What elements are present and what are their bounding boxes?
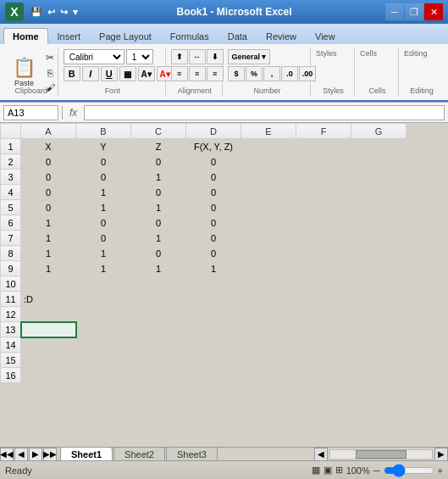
row-header-9[interactable]: 9: [1, 261, 21, 276]
table-cell[interactable]: [241, 261, 296, 276]
tab-home[interactable]: Home: [3, 28, 48, 44]
table-cell[interactable]: [296, 246, 351, 261]
table-cell[interactable]: [241, 322, 296, 337]
tab-formulas[interactable]: Formulas: [161, 28, 218, 44]
table-cell[interactable]: Y: [76, 139, 131, 154]
table-cell[interactable]: [21, 353, 76, 368]
row-header-1[interactable]: 1: [1, 139, 21, 154]
tab-data[interactable]: Data: [218, 28, 257, 44]
align-right-button[interactable]: ≡: [207, 66, 224, 81]
quick-access-toolbar[interactable]: 💾 ↩ ↪ ▾: [29, 7, 80, 18]
col-header-e[interactable]: E: [241, 124, 296, 139]
zoom-in-icon[interactable]: +: [438, 465, 443, 476]
table-cell[interactable]: [21, 337, 76, 353]
table-cell[interactable]: [21, 276, 76, 292]
table-cell[interactable]: [186, 292, 241, 307]
table-cell[interactable]: 0: [131, 154, 186, 170]
table-cell[interactable]: [241, 337, 296, 353]
table-cell[interactable]: 0: [186, 200, 241, 215]
tab-view[interactable]: View: [306, 28, 345, 44]
table-cell[interactable]: [241, 215, 296, 231]
zoom-slider[interactable]: [384, 464, 434, 477]
hscroll-right-btn[interactable]: ▶: [434, 448, 448, 461]
table-cell[interactable]: F(X, Y, Z): [186, 139, 241, 154]
table-cell[interactable]: [21, 368, 76, 383]
row-header-10[interactable]: 10: [1, 276, 21, 292]
table-cell[interactable]: [296, 231, 351, 246]
row-header-12[interactable]: 12: [1, 307, 21, 322]
hscroll-track[interactable]: [329, 449, 433, 460]
table-cell[interactable]: :D: [21, 292, 76, 307]
table-cell[interactable]: [351, 185, 407, 200]
table-cell[interactable]: [351, 368, 407, 383]
table-cell[interactable]: [131, 322, 186, 337]
table-cell[interactable]: [351, 170, 407, 185]
restore-button[interactable]: ❐: [405, 3, 423, 20]
name-box[interactable]: A13: [3, 105, 58, 120]
table-cell[interactable]: [241, 154, 296, 170]
paste-button[interactable]: 📋 Paste: [8, 54, 40, 90]
table-cell[interactable]: [76, 353, 131, 368]
table-cell[interactable]: [241, 292, 296, 307]
table-cell[interactable]: [76, 368, 131, 383]
table-cell[interactable]: [351, 292, 407, 307]
table-cell[interactable]: 0: [21, 154, 76, 170]
bold-button[interactable]: B: [64, 66, 80, 81]
table-cell[interactable]: [241, 368, 296, 383]
table-cell[interactable]: [131, 353, 186, 368]
table-cell[interactable]: [76, 292, 131, 307]
table-cell[interactable]: [76, 337, 131, 353]
view-normal-btn[interactable]: ▦: [312, 465, 320, 476]
zoom-out-icon[interactable]: ─: [373, 465, 380, 476]
table-cell[interactable]: 0: [131, 246, 186, 261]
copy-button[interactable]: ⎘: [41, 66, 58, 80]
table-cell[interactable]: 0: [186, 231, 241, 246]
row-header-11[interactable]: 11: [1, 292, 21, 307]
table-cell[interactable]: 1: [21, 261, 76, 276]
tab-review[interactable]: Review: [257, 28, 306, 44]
formula-input[interactable]: [84, 105, 445, 120]
table-cell[interactable]: [131, 368, 186, 383]
table-cell[interactable]: 1: [76, 200, 131, 215]
table-cell[interactable]: [296, 368, 351, 383]
table-cell[interactable]: 1: [21, 231, 76, 246]
table-cell[interactable]: 1: [131, 170, 186, 185]
number-format-button[interactable]: General ▾: [228, 49, 270, 64]
currency-button[interactable]: $: [228, 66, 245, 81]
sheet-nav-last[interactable]: ▶▶: [43, 448, 57, 461]
sheet-tab-sheet1[interactable]: Sheet1: [60, 447, 113, 461]
table-cell[interactable]: 0: [76, 215, 131, 231]
table-cell[interactable]: [351, 246, 407, 261]
table-cell[interactable]: 1: [76, 261, 131, 276]
table-cell[interactable]: 1: [131, 231, 186, 246]
table-cell[interactable]: [241, 353, 296, 368]
col-header-g[interactable]: G: [351, 124, 407, 139]
table-cell[interactable]: [241, 276, 296, 292]
table-cell[interactable]: 0: [21, 170, 76, 185]
table-cell[interactable]: 1: [21, 215, 76, 231]
row-header-6[interactable]: 6: [1, 215, 21, 231]
table-cell[interactable]: 0: [131, 185, 186, 200]
table-cell[interactable]: [351, 322, 407, 337]
table-cell[interactable]: 1: [131, 261, 186, 276]
table-cell[interactable]: [351, 215, 407, 231]
table-cell[interactable]: 0: [21, 185, 76, 200]
table-cell[interactable]: [76, 322, 131, 337]
tab-insert[interactable]: Insert: [48, 28, 91, 44]
table-cell[interactable]: [296, 139, 351, 154]
row-header-13[interactable]: 13: [1, 322, 21, 337]
row-header-8[interactable]: 8: [1, 246, 21, 261]
table-cell[interactable]: 1: [76, 185, 131, 200]
row-header-2[interactable]: 2: [1, 154, 21, 170]
sheet-tab-nav[interactable]: ◀◀ ◀ ▶ ▶▶: [0, 448, 57, 461]
table-cell[interactable]: [296, 200, 351, 215]
col-header-a[interactable]: A: [21, 124, 76, 139]
table-cell[interactable]: 0: [76, 170, 131, 185]
table-cell[interactable]: [296, 261, 351, 276]
table-cell[interactable]: 0: [76, 231, 131, 246]
row-header-16[interactable]: 16: [1, 368, 21, 383]
table-cell[interactable]: [296, 322, 351, 337]
row-header-5[interactable]: 5: [1, 200, 21, 215]
table-cell[interactable]: [296, 215, 351, 231]
row-header-7[interactable]: 7: [1, 231, 21, 246]
